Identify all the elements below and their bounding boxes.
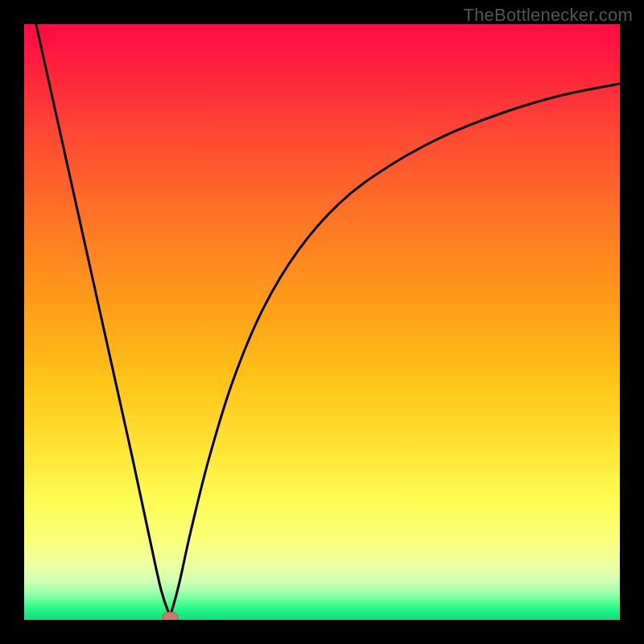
optimal-point-marker [162, 612, 178, 620]
bottleneck-chart [24, 24, 620, 620]
watermark-text: TheBottlenecker.com [464, 5, 633, 26]
gradient-background [24, 24, 620, 620]
chart-frame: TheBottlenecker.com [0, 0, 644, 644]
